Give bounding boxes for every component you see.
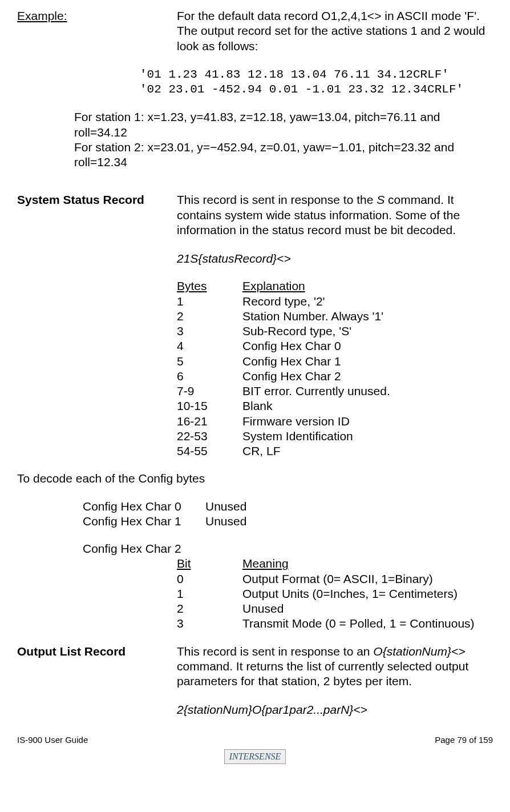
- system-status-row: System Status Record This record is sent…: [17, 192, 493, 238]
- system-status-heading: System Status Record: [17, 192, 177, 238]
- output-list-format: 2{stationNum}O{par1par2...parN}<>: [177, 702, 493, 717]
- bytes-rows: 1Record type, '2'2Station Number. Always…: [177, 294, 493, 459]
- bytes-row: 6Config Hex Char 2: [177, 369, 493, 384]
- bytes-header: Bytes: [177, 279, 242, 294]
- system-status-intro: This record is sent in response to the S…: [177, 192, 493, 238]
- bit-row: 1Output Units (0=Inches, 1= Centimeters): [177, 586, 493, 601]
- bytes-row: 5Config Hex Char 1: [177, 354, 493, 369]
- explanation-header: Explanation: [242, 279, 305, 294]
- bytes-row: 22-53System Identification: [177, 429, 493, 444]
- meaning-header: Meaning: [242, 556, 289, 571]
- footer-left: IS-900 User Guide: [17, 735, 88, 746]
- footer-right: Page 79 of 159: [435, 735, 493, 746]
- station-2-text: For station 2: x=23.01, y=−452.94, z=0.0…: [74, 140, 493, 170]
- bytes-row: 10-15Blank: [177, 399, 493, 413]
- decode-heading: To decode each of the Config bytes: [17, 471, 493, 486]
- bit-header: Bit: [177, 556, 242, 571]
- system-status-format: 21S{statusRecord}<>: [177, 251, 493, 266]
- bytes-row: 54-55CR, LF: [177, 444, 493, 459]
- output-list-intro: This record is sent in response to an O{…: [177, 644, 493, 689]
- bytes-row: 16-21Firmware version ID: [177, 414, 493, 429]
- example-row: Example: For the default data record O1,…: [17, 9, 493, 54]
- bytes-table: Bytes Explanation 1Record type, '2'2Stat…: [177, 279, 493, 459]
- bit-row: 0Output Format (0= ASCII, 1=Binary): [177, 572, 493, 586]
- bytes-row: 4Config Hex Char 0: [177, 339, 493, 353]
- page-footer: IS-900 User Guide Page 79 of 159: [17, 735, 493, 746]
- station-1-text: For station 1: x=1.23, y=41.83, z=12.18,…: [74, 110, 493, 140]
- output-list-heading: Output List Record: [17, 644, 177, 689]
- bytes-row: 2Station Number. Always '1': [177, 309, 493, 324]
- config-1-row: Config Hex Char 1 Unused: [83, 514, 493, 529]
- example-mono-2: '02 23.01 -452.94 0.01 -1.01 23.32 12.34…: [140, 82, 493, 97]
- bit-row: 2Unused: [177, 601, 493, 616]
- bit-table: Bit Meaning 0Output Format (0= ASCII, 1=…: [177, 556, 493, 631]
- example-intro: For the default data record O1,2,4,1<> i…: [177, 9, 493, 54]
- footer-logo: INTERSENSE: [17, 748, 493, 764]
- bytes-row: 1Record type, '2': [177, 294, 493, 309]
- bytes-row: 3Sub-Record type, 'S': [177, 324, 493, 339]
- bytes-row: 7-9BIT error. Currently unused.: [177, 384, 493, 399]
- example-mono-1: '01 1.23 41.83 12.18 13.04 76.11 34.12CR…: [140, 67, 493, 82]
- config-2-label: Config Hex Char 2: [83, 541, 493, 556]
- output-list-row: Output List Record This record is sent i…: [17, 644, 493, 689]
- example-label: Example:: [17, 9, 177, 54]
- config-0-row: Config Hex Char 0 Unused: [83, 499, 493, 514]
- bit-row: 3Transmit Mode (0 = Polled, 1 = Continuo…: [177, 616, 493, 631]
